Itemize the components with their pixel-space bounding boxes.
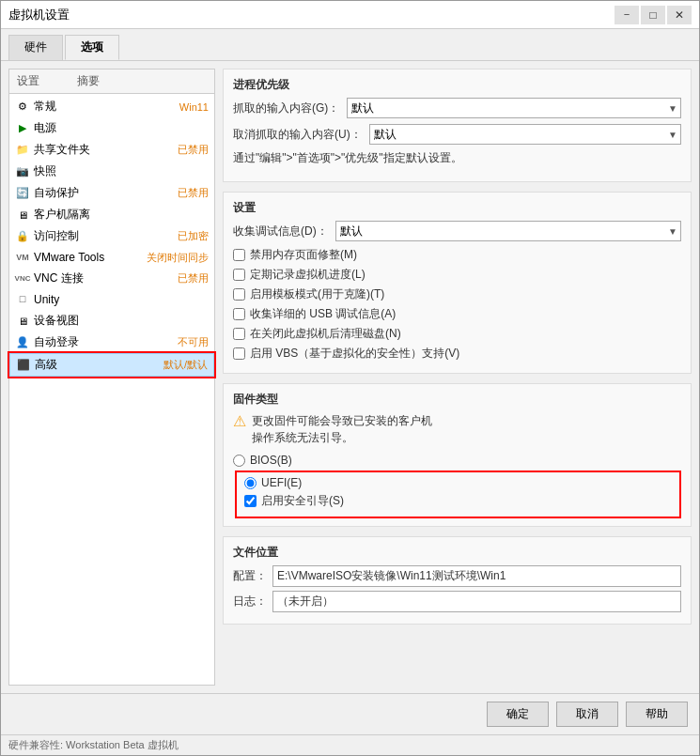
firmware-warn-text: 更改固件可能会导致已安装的客户机操作系统无法引导。 [252,412,432,446]
general-summary: Win11 [179,101,209,113]
checkbox-label-0: 禁用内存页面修整(M) [250,247,357,263]
bios-radio-row: BIOS(B) [233,454,681,467]
access-label: 访问控制 [34,228,174,244]
autologon-icon: 👤 [15,335,30,350]
list-item-guest-isolation[interactable]: 🖥 客户机隔离 [9,204,214,225]
checkbox-row-1: 定期记录虚拟机进度(L) [233,267,681,283]
settings-title: 设置 [233,200,681,216]
release-select-wrapper: 默认 ▼ [369,124,681,145]
window-title: 虚拟机设置 [8,7,70,23]
list-item-general[interactable]: ⚙ 常规 Win11 [9,96,214,117]
secure-boot-label: 启用安全引导(S) [261,493,344,509]
guest-icon: 🖥 [15,208,30,223]
list-item-access-control[interactable]: 🔒 访问控制 已加密 [9,225,214,247]
ok-button[interactable]: 确定 [487,702,549,727]
uefi-radio-row: UEFI(E) [244,476,672,489]
tab-options[interactable]: 选项 [65,35,119,60]
title-bar: 虚拟机设置 － □ ✕ [1,1,699,29]
log-row: 日志： （未开启） [233,591,681,612]
tab-bar: 硬件 选项 [1,29,699,61]
checkbox-label-2: 启用模板模式(用于克隆)(T) [250,286,384,302]
checkbox-row-4: 在关闭此虚拟机后清理磁盘(N) [233,326,681,342]
advanced-icon: ⬛ [16,358,31,373]
autoprotect-label: 自动保护 [34,185,174,201]
checkbox-clean-disk[interactable] [233,328,245,340]
col2-header: 摘要 [77,73,100,89]
list-item-autologon[interactable]: 👤 自动登录 不可用 [9,332,214,353]
settings-list: ⚙ 常规 Win11 ▶ 电源 📁 共享文件夹 已禁用 📷 快照 [9,94,214,378]
settings-section: 设置 收集调试信息(D)： 默认 ▼ 禁用内存页面修整(M) [223,192,692,374]
firmware-radio-group: BIOS(B) UEFI(E) 启用安全引导(S) [233,454,681,518]
devview-icon: 🖥 [15,314,30,329]
autoprotect-icon: 🔄 [15,186,30,201]
close-button[interactable]: ✕ [667,6,692,24]
checkbox-vbs[interactable] [233,347,245,360]
vnc-summary: 已禁用 [178,271,209,285]
priority-info: 通过"编辑">"首选项">"优先级"指定默认设置。 [233,150,681,166]
list-item-shared-folders[interactable]: 📁 共享文件夹 已禁用 [9,139,214,161]
snapshot-icon: 📷 [15,164,30,179]
capture-select[interactable]: 默认 [347,98,681,118]
log-label: 日志： [233,594,267,609]
checkbox-log-progress[interactable] [233,269,245,281]
capture-select-wrapper: 默认 ▼ [347,98,681,118]
vmtools-summary: 关闭时间同步 [147,251,209,265]
checkbox-template-mode[interactable] [233,288,245,301]
list-item-vmware-tools[interactable]: VM VMware Tools 关闭时间同步 [9,247,214,268]
status-text: 硬件兼容性: Workstation Beta 虚拟机 [8,739,179,750]
process-priority-title: 进程优先级 [233,77,681,93]
checkbox-label-3: 收集详细的 USB 调试信息(A) [250,306,396,322]
config-row: 配置： E:\VMwareISO安装镜像\Win11测试环境\Win1 [233,565,681,587]
secure-boot-row: 启用安全引导(S) [244,493,672,509]
tab-hardware[interactable]: 硬件 [8,35,63,60]
list-item-device-view[interactable]: 🖥 设备视图 [9,310,214,332]
checkbox-row-3: 收集详细的 USB 调试信息(A) [233,306,681,322]
list-item-snapshot[interactable]: 📷 快照 [9,161,214,182]
list-header: 设置 摘要 [9,69,214,94]
firmware-section: 固件类型 ⚠ 更改固件可能会导致已安装的客户机操作系统无法引导。 BIOS(B)… [223,383,692,527]
autoprotect-summary: 已禁用 [178,186,209,200]
list-item-unity[interactable]: ☐ Unity [9,289,214,310]
access-icon: 🔒 [15,229,30,244]
cancel-button[interactable]: 取消 [556,702,618,727]
process-priority-section: 进程优先级 抓取的输入内容(G)： 默认 ▼ 取消抓取的输入内容(U)： 默认 [223,69,692,182]
log-value: （未开启） [272,591,681,612]
vmtools-label: VMware Tools [34,251,143,264]
access-summary: 已加密 [178,229,209,243]
uefi-radio[interactable] [244,477,257,489]
list-item-vnc[interactable]: VNC VNC 连接 已禁用 [9,268,214,289]
devview-label: 设备视图 [34,313,205,329]
bios-radio[interactable] [233,455,245,467]
uefi-label: UEFI(E) [261,476,302,489]
config-value: E:\VMwareISO安装镜像\Win11测试环境\Win1 [272,565,681,587]
checkbox-label-1: 定期记录虚拟机进度(L) [250,267,366,283]
bios-label: BIOS(B) [250,454,292,467]
release-select[interactable]: 默认 [369,124,681,145]
list-item-advanced[interactable]: ⬛ 高级 默认/默认 [9,353,214,377]
checkbox-label-5: 启用 VBS（基于虚拟化的安全性）支持(V) [250,346,459,362]
list-item-autoprotect[interactable]: 🔄 自动保护 已禁用 [9,182,214,204]
minimize-button[interactable]: － [614,6,639,24]
vnc-icon: VNC [15,271,30,286]
checkbox-usb-debug[interactable] [233,308,245,320]
autologon-label: 自动登录 [34,334,174,350]
help-button[interactable]: 帮助 [626,702,688,727]
checkbox-row-0: 禁用内存页面修整(M) [233,247,681,263]
capture-label: 抓取的输入内容(G)： [233,100,339,116]
firmware-warning: ⚠ 更改固件可能会导致已安装的客户机操作系统无法引导。 [233,412,681,446]
power-label: 电源 [34,120,205,136]
maximize-button[interactable]: □ [641,6,665,24]
checkbox-disable-mem[interactable] [233,249,245,261]
list-item-power[interactable]: ▶ 电源 [9,117,214,139]
collect-select[interactable]: 默认 [335,221,681,241]
collect-label: 收集调试信息(D)： [233,224,328,239]
checkbox-row-2: 启用模板模式(用于克隆)(T) [233,286,681,302]
shared-label: 共享文件夹 [34,142,174,158]
secure-boot-checkbox[interactable] [244,495,257,507]
collect-select-wrapper: 默认 ▼ [335,221,681,241]
release-row: 取消抓取的输入内容(U)： 默认 ▼ [233,124,681,145]
collect-debug-row: 收集调试信息(D)： 默认 ▼ [233,221,681,241]
firmware-title: 固件类型 [233,392,681,408]
file-location-title: 文件位置 [233,545,681,561]
col1-header: 设置 [17,73,39,89]
